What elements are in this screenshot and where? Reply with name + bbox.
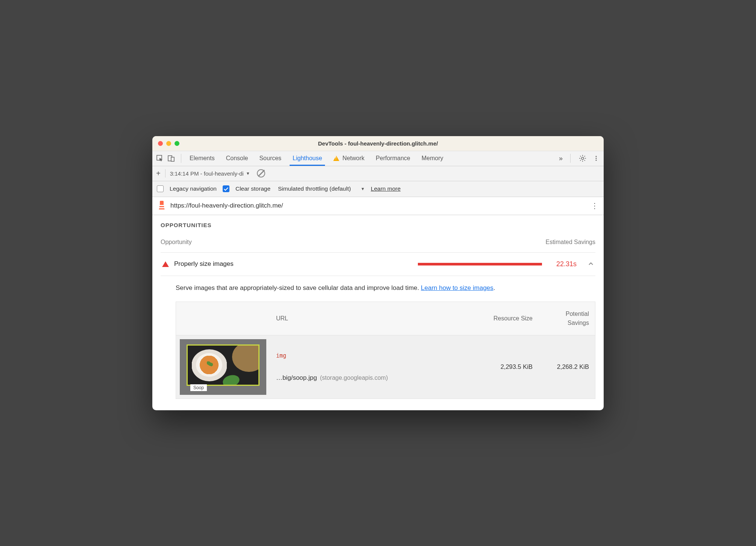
divider [165,169,165,177]
tab-lighthouse[interactable]: Lighthouse [292,151,323,165]
col-opportunity: Opportunity [161,239,192,246]
image-thumbnail: Soop [180,339,266,395]
maximize-window-button[interactable] [175,141,179,146]
desc-post: . [493,284,495,291]
svg-point-5 [595,158,597,159]
resource-path: …big/soop.jpg [276,374,317,382]
tab-elements[interactable]: Elements [189,151,216,165]
report-selector[interactable]: 3:14:14 PM - foul-heavenly-di ▼ [170,170,250,177]
lighthouse-url-bar: https://foul-heavenly-direction.glitch.m… [152,197,604,215]
opportunity-row[interactable]: Properly size images 22.31s [161,252,595,276]
svg-point-3 [581,157,584,159]
warning-icon [333,156,339,161]
header-resource-size: Resource Size [482,306,539,331]
tab-performance[interactable]: Performance [375,151,411,165]
col-estimated-savings: Estimated Savings [545,239,595,246]
new-report-button[interactable]: + [156,169,161,178]
device-toolbar-icon[interactable] [167,154,176,163]
url-cell: img …big/soop.jpg (storage.googleapis.co… [270,346,482,388]
caret-down-icon: ▼ [246,171,250,176]
opportunity-label: Properly size images [174,260,234,268]
window-title: DevTools - foul-heavenly-direction.glitc… [152,140,604,147]
table-header: URL Resource Size Potential Savings [176,302,595,335]
header-potential-savings: Potential Savings [539,302,595,335]
resource-size-value: 2,293.5 KiB [482,356,539,377]
throttling-caret-icon[interactable]: ▼ [361,187,365,191]
potential-savings-value: 2,268.2 KiB [539,356,595,377]
clear-storage-checkbox[interactable] [223,185,229,192]
legacy-nav-label: Legacy navigation [170,185,217,192]
lighthouse-options-bar: Legacy navigation Clear storage Simulate… [152,181,604,197]
chevron-up-icon[interactable] [588,261,594,267]
devtools-tab-bar: Elements Console Sources Lighthouse Netw… [152,151,604,166]
savings-bar [418,263,542,265]
minimize-window-button[interactable] [166,141,171,146]
report-selector-label: 3:14:14 PM - foul-heavenly-di [170,170,244,177]
report-content: OPPORTUNITIES Opportunity Estimated Savi… [152,215,604,410]
fail-triangle-icon [162,261,169,267]
throttling-label: Simulated throttling (default) [278,185,351,192]
savings-time: 22.31s [556,260,577,268]
lighthouse-icon [158,201,166,211]
clear-storage-label: Clear storage [235,185,270,192]
svg-point-4 [595,156,597,157]
tab-memory[interactable]: Memory [421,151,444,165]
divider [181,154,181,163]
lighthouse-sub-toolbar: + 3:14:14 PM - foul-heavenly-di ▼ [152,166,604,181]
window-titlebar: DevTools - foul-heavenly-direction.glitc… [152,136,604,151]
inspect-element-icon[interactable] [155,154,164,163]
tab-console[interactable]: Console [225,151,249,165]
tab-network-label: Network [342,155,364,162]
settings-gear-icon[interactable] [578,154,587,163]
traffic-lights [152,141,179,146]
table-row[interactable]: Soop img …big/soop.jpg (storage.googleap… [176,335,595,399]
divider [570,154,571,163]
svg-rect-2 [171,157,174,161]
header-url: URL [270,306,482,331]
desc-text: Serve images that are appropriately-size… [176,284,421,291]
close-window-button[interactable] [158,141,163,146]
opportunity-description: Serve images that are appropriately-size… [176,284,595,292]
kebab-menu-icon[interactable] [592,154,601,163]
thumbnail-cell: Soop [176,335,270,399]
legacy-nav-checkbox[interactable] [157,185,164,192]
report-menu-icon[interactable]: ⋮ [591,204,598,207]
element-tag: img [276,352,286,359]
svg-point-6 [595,159,597,161]
resources-table: URL Resource Size Potential Savings S [176,302,595,399]
learn-more-link[interactable]: Learn more [371,185,401,192]
more-tabs-icon[interactable]: » [559,155,563,162]
devtools-window: DevTools - foul-heavenly-direction.glitc… [152,136,604,410]
audited-url: https://foul-heavenly-direction.glitch.m… [170,202,283,209]
tab-network[interactable]: Network [332,151,365,165]
opportunity-columns: Opportunity Estimated Savings [161,239,595,246]
opportunities-heading: OPPORTUNITIES [161,222,595,228]
desc-learn-link[interactable]: Learn how to size images [421,284,493,291]
resource-host: (storage.googleapis.com) [320,375,388,381]
panel-tabs: Elements Console Sources Lighthouse Netw… [189,151,444,165]
tab-sources[interactable]: Sources [258,151,282,165]
clear-all-icon[interactable] [257,169,265,177]
thumb-caption: Soop [190,384,207,391]
